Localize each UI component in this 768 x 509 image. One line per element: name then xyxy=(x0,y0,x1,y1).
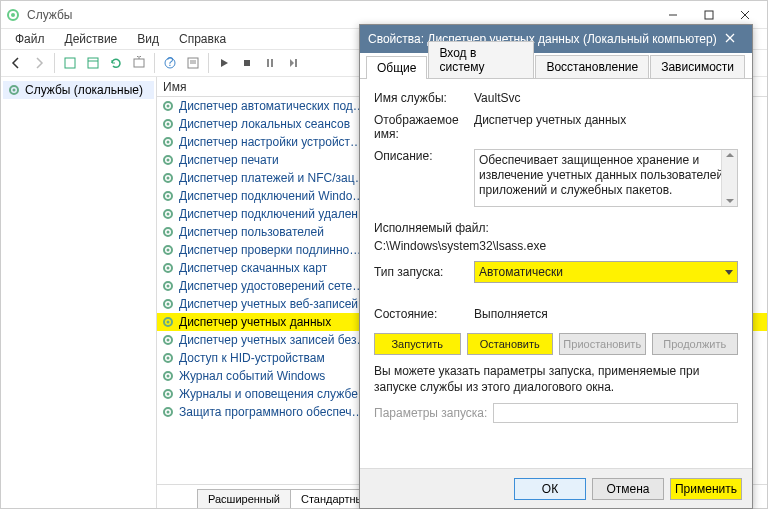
gear-icon xyxy=(161,189,175,203)
startup-type-value: Автоматически xyxy=(479,265,563,279)
stop-service-button[interactable] xyxy=(236,52,258,74)
ok-button[interactable]: ОК xyxy=(514,478,586,500)
forward-button[interactable] xyxy=(28,52,50,74)
svg-rect-6 xyxy=(65,58,75,68)
value-executable: C:\Windows\system32\lsass.exe xyxy=(374,239,738,253)
tab-dependencies[interactable]: Зависимости xyxy=(650,55,745,78)
service-name: Журнал событий Windows xyxy=(179,369,325,383)
state-buttons: Запустить Остановить Приостановить Продо… xyxy=(374,333,738,355)
svg-point-54 xyxy=(167,393,170,396)
start-button[interactable]: Запустить xyxy=(374,333,461,355)
scrollbar[interactable] xyxy=(721,150,737,206)
svg-point-26 xyxy=(167,141,170,144)
service-name: Диспетчер автоматических под… xyxy=(179,99,365,113)
chevron-down-icon xyxy=(725,270,733,275)
menu-action[interactable]: Действие xyxy=(57,30,126,48)
back-button[interactable] xyxy=(5,52,27,74)
service-name: Диспетчер настройки устройст… xyxy=(179,135,362,149)
service-name: Диспетчер подключений Windo… xyxy=(179,189,364,203)
service-name: Диспетчер учетных записей без… xyxy=(179,333,368,347)
service-name: Диспетчер подключений удален… xyxy=(179,207,370,221)
service-name: Диспетчер платежей и NFC/зац… xyxy=(179,171,367,185)
tab-recovery[interactable]: Восстановление xyxy=(535,55,649,78)
gear-icon xyxy=(161,243,175,257)
gear-icon xyxy=(5,7,21,23)
svg-rect-9 xyxy=(134,59,144,67)
svg-point-36 xyxy=(167,231,170,234)
gear-icon xyxy=(161,405,175,419)
svg-rect-7 xyxy=(88,58,98,68)
gear-icon xyxy=(161,171,175,185)
label-executable: Исполняемый файл: xyxy=(374,221,738,235)
label-display-name: Отображаемое имя: xyxy=(374,113,474,141)
svg-point-28 xyxy=(167,159,170,162)
service-name: Диспетчер учетных веб-записей xyxy=(179,297,358,311)
gear-icon xyxy=(7,83,21,97)
service-name: Доступ к HID-устройствам xyxy=(179,351,325,365)
maximize-button[interactable] xyxy=(691,3,727,27)
gear-icon xyxy=(161,369,175,383)
svg-point-22 xyxy=(167,105,170,108)
value-display-name: Диспетчер учетных данных xyxy=(474,113,738,127)
svg-rect-15 xyxy=(244,60,250,66)
restart-service-button[interactable] xyxy=(282,52,304,74)
dialog-body: Имя службы: VaultSvc Отображаемое имя: Д… xyxy=(360,79,752,468)
menu-view[interactable]: Вид xyxy=(129,30,167,48)
svg-point-52 xyxy=(167,375,170,378)
help-button[interactable]: ? xyxy=(159,52,181,74)
window-title: Службы xyxy=(27,8,655,22)
properties-dialog: Свойства: Диспетчер учетных данных (Лока… xyxy=(359,24,753,509)
startup-type-select[interactable]: Автоматически xyxy=(474,261,738,283)
svg-point-42 xyxy=(167,285,170,288)
svg-point-20 xyxy=(13,89,16,92)
tab-general[interactable]: Общие xyxy=(366,56,427,79)
cancel-button[interactable]: Отмена xyxy=(592,478,664,500)
start-service-button[interactable] xyxy=(213,52,235,74)
dialog-tabs: Общие Вход в систему Восстановление Зави… xyxy=(360,53,752,79)
service-name: Диспетчер скачанных карт xyxy=(179,261,327,275)
resume-button: Продолжить xyxy=(652,333,739,355)
svg-point-24 xyxy=(167,123,170,126)
gear-icon xyxy=(161,297,175,311)
menu-file[interactable]: Файл xyxy=(7,30,53,48)
value-description: Обеспечивает защищенное хранение и извле… xyxy=(479,153,727,197)
tab-logon[interactable]: Вход в систему xyxy=(428,41,534,78)
service-name: Диспетчер удостоверений сете… xyxy=(179,279,364,293)
toolbar-btn-2[interactable] xyxy=(82,52,104,74)
gear-icon xyxy=(161,117,175,131)
pause-service-button[interactable] xyxy=(259,52,281,74)
close-button[interactable] xyxy=(727,3,763,27)
label-startup-type: Тип запуска: xyxy=(374,265,474,279)
gear-icon xyxy=(161,207,175,221)
svg-rect-18 xyxy=(295,59,297,67)
label-params: Параметры запуска: xyxy=(374,406,487,420)
stop-button[interactable]: Остановить xyxy=(467,333,554,355)
dialog-close-button[interactable] xyxy=(716,32,744,46)
tab-extended[interactable]: Расширенный xyxy=(197,489,291,508)
tree-item-label: Службы (локальные) xyxy=(25,83,143,97)
toolbar-btn-1[interactable] xyxy=(59,52,81,74)
description-box[interactable]: Обеспечивает защищенное хранение и извле… xyxy=(474,149,738,207)
svg-point-44 xyxy=(167,303,170,306)
svg-point-46 xyxy=(167,321,170,324)
params-input[interactable] xyxy=(493,403,738,423)
svg-point-34 xyxy=(167,213,170,216)
export-button[interactable] xyxy=(128,52,150,74)
refresh-button[interactable] xyxy=(105,52,127,74)
service-name: Защита программного обеспеч… xyxy=(179,405,363,419)
menu-help[interactable]: Справка xyxy=(171,30,234,48)
apply-button[interactable]: Применить xyxy=(670,478,742,500)
svg-rect-16 xyxy=(267,59,269,67)
window-controls xyxy=(655,3,763,27)
gear-icon xyxy=(161,135,175,149)
gear-icon xyxy=(161,333,175,347)
startup-params-hint: Вы можете указать параметры запуска, при… xyxy=(374,363,738,395)
svg-point-48 xyxy=(167,339,170,342)
service-name: Диспетчер локальных сеансов xyxy=(179,117,350,131)
label-service-name: Имя службы: xyxy=(374,91,474,105)
gear-icon xyxy=(161,99,175,113)
minimize-button[interactable] xyxy=(655,3,691,27)
properties-button[interactable] xyxy=(182,52,204,74)
gear-icon xyxy=(161,387,175,401)
tree-item-services-local[interactable]: Службы (локальные) xyxy=(3,81,154,99)
